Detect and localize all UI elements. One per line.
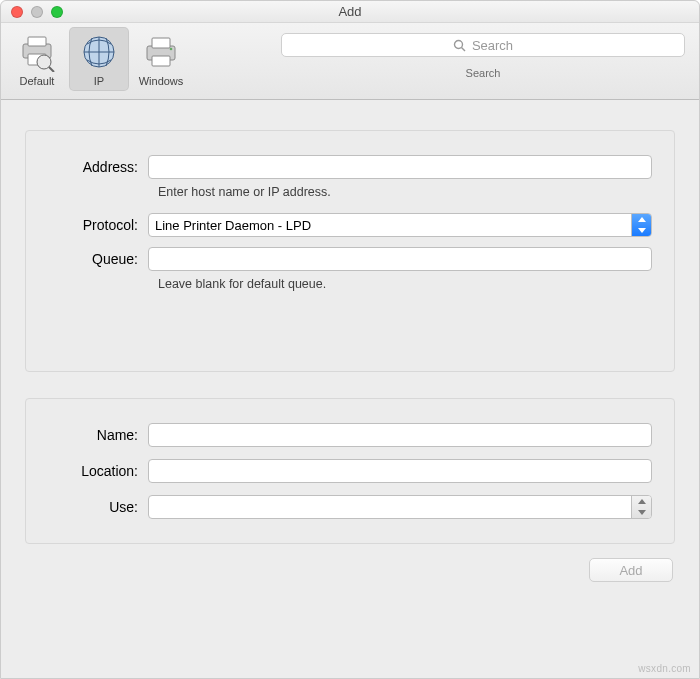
svg-rect-7 xyxy=(152,38,170,48)
zoom-window-button[interactable] xyxy=(51,6,63,18)
connection-panel: Address: Enter host name or IP address. … xyxy=(25,130,675,372)
svg-marker-14 xyxy=(638,499,646,504)
queue-label: Queue: xyxy=(36,251,148,267)
use-select[interactable] xyxy=(148,495,652,519)
protocol-value: Line Printer Daemon - LPD xyxy=(155,218,311,233)
add-button[interactable]: Add xyxy=(589,558,673,582)
address-hint: Enter host name or IP address. xyxy=(158,185,331,199)
svg-point-3 xyxy=(37,55,51,69)
toolbar-item-label: Windows xyxy=(139,75,184,91)
svg-point-9 xyxy=(170,48,173,51)
svg-point-10 xyxy=(454,40,462,48)
svg-rect-1 xyxy=(28,37,46,46)
svg-line-4 xyxy=(49,67,54,72)
toolbar: Default IP Windows xyxy=(1,23,699,100)
protocol-select[interactable]: Line Printer Daemon - LPD xyxy=(148,213,652,237)
use-label: Use: xyxy=(36,499,148,515)
address-input[interactable] xyxy=(148,155,652,179)
toolbar-search: Search Search xyxy=(273,27,693,79)
toolbar-item-ip[interactable]: IP xyxy=(69,27,129,91)
footer: Add xyxy=(25,544,675,582)
svg-marker-13 xyxy=(638,228,646,233)
location-input[interactable] xyxy=(148,459,652,483)
printer-windows-icon xyxy=(140,31,182,73)
protocol-label: Protocol: xyxy=(36,217,148,233)
globe-network-icon xyxy=(78,31,120,73)
close-window-button[interactable] xyxy=(11,6,23,18)
svg-marker-15 xyxy=(638,510,646,515)
select-stepper-icon xyxy=(631,214,651,236)
address-label: Address: xyxy=(36,159,148,175)
location-label: Location: xyxy=(36,463,148,479)
svg-rect-8 xyxy=(152,56,170,66)
window-title: Add xyxy=(1,4,699,19)
select-stepper-icon xyxy=(631,496,651,518)
add-printer-window: Add Default IP xyxy=(0,0,700,679)
search-placeholder: Search xyxy=(472,38,513,53)
name-input[interactable] xyxy=(148,423,652,447)
titlebar: Add xyxy=(1,1,699,23)
search-sublabel: Search xyxy=(466,67,501,79)
toolbar-item-label: Default xyxy=(20,75,55,91)
toolbar-item-windows[interactable]: Windows xyxy=(131,27,191,91)
search-input[interactable]: Search xyxy=(281,33,684,57)
svg-marker-12 xyxy=(638,217,646,222)
watermark: wsxdn.com xyxy=(638,663,691,674)
content-area: Address: Enter host name or IP address. … xyxy=(1,100,699,678)
toolbar-item-label: IP xyxy=(94,75,104,91)
queue-input[interactable] xyxy=(148,247,652,271)
name-label: Name: xyxy=(36,427,148,443)
minimize-window-button[interactable] xyxy=(31,6,43,18)
queue-hint: Leave blank for default queue. xyxy=(158,277,326,291)
identity-panel: Name: Location: Use: xyxy=(25,398,675,544)
search-icon xyxy=(453,39,466,52)
printer-default-icon xyxy=(16,31,58,73)
svg-line-11 xyxy=(461,47,465,51)
window-controls xyxy=(1,6,63,18)
toolbar-item-default[interactable]: Default xyxy=(7,27,67,91)
